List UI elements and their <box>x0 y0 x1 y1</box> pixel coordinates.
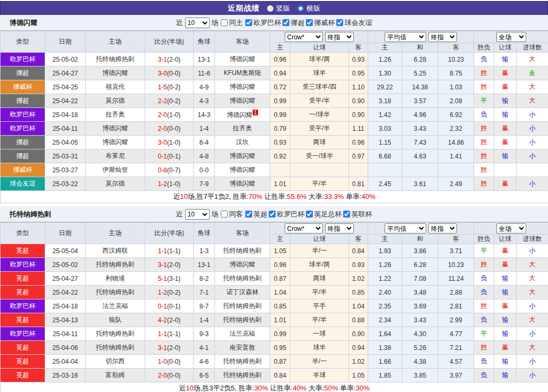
home-team-cell[interactable]: 托特纳姆热刺 <box>86 53 145 66</box>
away-team-cell[interactable]: 博德闪耀1 <box>215 108 270 122</box>
recent-count-select[interactable]: 10 <box>185 209 210 220</box>
final-index-select[interactable]: 终指 <box>325 223 354 233</box>
home-team-link[interactable]: 托特纳姆热刺 <box>96 330 135 337</box>
away-team-link[interactable]: 托特纳姆热刺 <box>223 274 262 282</box>
away-team-cell[interactable]: 博德闪耀 <box>215 80 270 94</box>
recent-count-select[interactable]: 10 <box>185 18 210 28</box>
league-checkbox[interactable] <box>306 211 313 218</box>
home-team-cell[interactable]: 托特纳姆热刺 <box>86 341 145 355</box>
home-team-link[interactable]: 伊斯灿登 <box>103 166 128 173</box>
league-checkbox[interactable] <box>336 19 343 26</box>
scope-select[interactable]: 全场 <box>496 32 526 42</box>
final-index-select-2[interactable]: 终指 <box>428 32 457 42</box>
home-team-cell[interactable]: 祖克伦 <box>86 80 145 94</box>
league-filter-3[interactable]: 挪威杯 <box>306 18 335 28</box>
average-select[interactable]: 平均值 <box>385 223 426 233</box>
league-filter-1[interactable]: 英超 <box>245 210 268 219</box>
league-filter-2[interactable]: 挪超 <box>283 18 305 28</box>
home-team-link[interactable]: 西汉姆联 <box>103 247 128 254</box>
home-team-cell[interactable]: 托特纳姆热刺 <box>86 327 145 341</box>
radio-vertical-icon[interactable] <box>267 5 273 12</box>
away-team-link[interactable]: 拉齐奥 <box>233 124 252 132</box>
league-filter-4[interactable]: 英联杯 <box>343 210 372 219</box>
away-team-link[interactable]: 托特纳姆热刺 <box>223 316 262 323</box>
home-team-link[interactable]: 博德闪耀 <box>103 69 128 77</box>
final-index-select-2[interactable]: 终指 <box>428 223 457 233</box>
away-team-link[interactable]: 托特纳姆热刺 <box>223 357 262 365</box>
home-team-cell[interactable]: 莫尔德 <box>86 94 145 108</box>
home-team-link[interactable]: 利物浦 <box>106 274 125 282</box>
home-team-link[interactable]: 布莱尼 <box>106 152 125 160</box>
away-team-link[interactable]: 博德闪耀 <box>230 152 255 160</box>
same-venue-filter[interactable]: 同主 <box>221 18 243 28</box>
away-team-link[interactable]: 南安普敦 <box>230 344 255 351</box>
away-team-cell[interactable]: 拉齐奥 <box>215 122 270 136</box>
home-team-link[interactable]: 托特纳姆热刺 <box>96 261 135 268</box>
same-venue-filter[interactable]: 同客 <box>221 210 243 219</box>
away-team-cell[interactable]: 托特纳姆热刺 <box>215 369 270 382</box>
home-team-cell[interactable]: 托特纳姆热刺 <box>86 258 145 272</box>
away-team-link[interactable]: 汉坎 <box>236 138 249 146</box>
final-index-select[interactable]: 终指 <box>325 32 354 42</box>
company-select[interactable]: Crow* <box>285 32 323 42</box>
scope-select[interactable]: 全场 <box>496 223 526 233</box>
home-team-link[interactable]: 莫尔德 <box>106 180 125 187</box>
away-team-link[interactable]: KFUM奥斯陆 <box>224 69 261 77</box>
average-select[interactable]: 平均值 <box>385 32 426 42</box>
home-team-cell[interactable]: 托特纳姆热刺 <box>86 286 145 299</box>
league-filter-2[interactable]: 欧罗巴杯 <box>269 210 305 219</box>
home-team-cell[interactable]: 西汉姆联 <box>86 244 145 258</box>
away-team-cell[interactable]: 博德闪耀 <box>215 94 270 108</box>
away-team-link[interactable]: 诺丁汉森林 <box>227 288 259 296</box>
layout-radio-vertical[interactable]: 竖版 <box>267 4 290 13</box>
home-team-cell[interactable]: 布莱尼 <box>86 149 145 163</box>
away-team-link[interactable]: 博德闪耀 <box>230 180 255 187</box>
league-checkbox[interactable] <box>269 211 276 218</box>
away-team-cell[interactable]: 诺丁汉森林 <box>215 286 270 299</box>
layout-radio-horizontal[interactable]: 横版 <box>297 4 320 13</box>
away-team-cell[interactable]: 汉坎 <box>215 136 270 149</box>
away-team-cell[interactable]: 博德闪耀 <box>215 149 270 163</box>
home-team-link[interactable]: 祖克伦 <box>106 83 125 90</box>
away-team-link[interactable]: 博德闪耀 <box>230 55 255 63</box>
league-filter-4[interactable]: 球会友谊 <box>336 18 372 28</box>
away-team-cell[interactable]: 南安普敦 <box>215 341 270 355</box>
home-team-link[interactable]: 博德闪耀 <box>103 138 128 146</box>
away-team-link[interactable]: 托特纳姆热刺 <box>223 247 262 254</box>
away-team-cell[interactable]: 托特纳姆热刺 <box>215 272 270 286</box>
company-select[interactable]: Crow* <box>285 223 323 233</box>
league-filter-3[interactable]: 英足总杯 <box>306 210 342 219</box>
home-team-cell[interactable]: 切尔西 <box>86 355 145 369</box>
home-team-link[interactable]: 博德闪耀 <box>103 124 128 132</box>
home-team-cell[interactable]: 博德闪耀 <box>86 136 145 149</box>
away-team-link[interactable]: 博德闪耀 <box>230 166 255 173</box>
away-team-cell[interactable]: 托特纳姆热刺 <box>215 313 270 327</box>
home-team-link[interactable]: 狼队 <box>109 316 122 323</box>
league-checkbox[interactable] <box>306 19 313 26</box>
away-team-link[interactable]: 博德闪耀 <box>230 83 255 90</box>
away-team-link[interactable]: 托特纳姆热刺 <box>223 302 262 310</box>
away-team-link[interactable]: 博德闪耀 <box>230 261 255 268</box>
same-venue-checkbox[interactable] <box>221 211 228 218</box>
same-venue-checkbox[interactable] <box>221 19 228 26</box>
home-team-cell[interactable]: 利物浦 <box>86 272 145 286</box>
away-team-link[interactable]: 法兰克福 <box>230 330 255 337</box>
home-team-link[interactable]: 拉齐奥 <box>106 111 125 118</box>
league-checkbox[interactable] <box>245 211 252 218</box>
home-team-cell[interactable]: 伊斯灿登 <box>86 163 145 177</box>
home-team-cell[interactable]: 博德闪耀 <box>86 122 145 136</box>
home-team-link[interactable]: 法兰克福 <box>103 302 128 310</box>
league-checkbox[interactable] <box>343 211 350 218</box>
away-team-link[interactable]: 托特纳姆热刺 <box>223 371 262 379</box>
home-team-link[interactable]: 托特纳姆热刺 <box>96 344 135 351</box>
away-team-cell[interactable]: 托特纳姆热刺 <box>215 244 270 258</box>
league-checkbox[interactable] <box>283 19 289 26</box>
away-team-link[interactable]: 博德闪耀 <box>230 97 255 104</box>
home-team-cell[interactable]: 拉齐奥 <box>86 108 145 122</box>
away-team-cell[interactable]: 博德闪耀 <box>215 53 270 66</box>
away-team-cell[interactable]: 博德闪耀 <box>215 163 270 177</box>
league-filter-1[interactable]: 欧罗巴杯 <box>245 18 281 28</box>
away-team-cell[interactable]: 博德闪耀 <box>215 177 270 191</box>
home-team-cell[interactable]: 博德闪耀 <box>86 66 145 80</box>
home-team-link[interactable]: 莫尔德 <box>106 97 125 104</box>
